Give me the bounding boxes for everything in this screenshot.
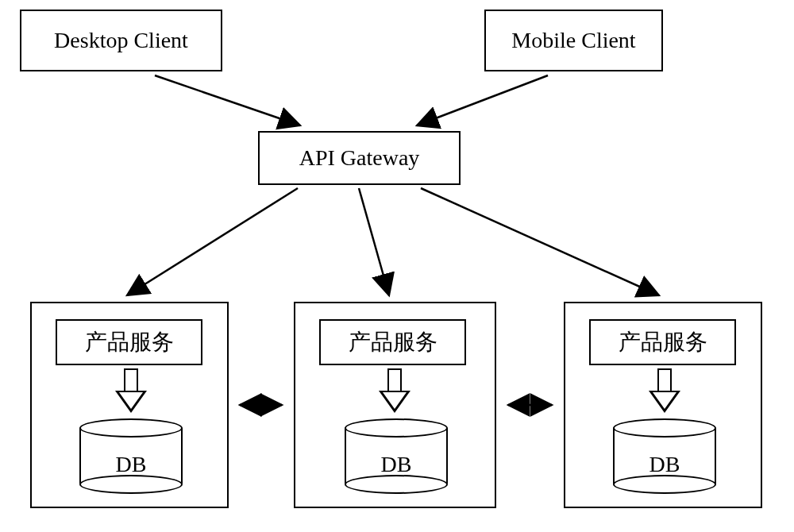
svg-line-2 (127, 188, 298, 295)
api-gateway-label: API Gateway (299, 145, 420, 171)
service-label-3: 产品服务 (589, 319, 736, 365)
db-cylinder-1: DB (79, 418, 183, 494)
api-gateway-box: API Gateway (258, 131, 461, 185)
service-container-2: 产品服务 DB (294, 302, 496, 508)
mobile-client-label: Mobile Client (511, 28, 635, 53)
svg-line-3 (359, 188, 389, 295)
db-label-1: DB (79, 452, 183, 477)
service-label-1: 产品服务 (56, 319, 202, 365)
mobile-client-box: Mobile Client (484, 10, 663, 71)
service-container-3: 产品服务 DB (564, 302, 762, 508)
service-container-1: 产品服务 DB (30, 302, 229, 508)
desktop-client-box: Desktop Client (20, 10, 222, 71)
block-down-arrow-icon (379, 368, 410, 414)
db-label-3: DB (613, 452, 716, 477)
service-label-2-text: 产品服务 (349, 327, 437, 357)
block-down-arrow-icon (649, 368, 680, 414)
service-label-3-text: 产品服务 (619, 327, 707, 357)
svg-line-4 (421, 188, 659, 295)
db-cylinder-3: DB (613, 418, 716, 494)
db-cylinder-2: DB (345, 418, 448, 494)
service-label-1-text: 产品服务 (85, 327, 174, 357)
desktop-client-label: Desktop Client (54, 28, 188, 53)
svg-line-0 (155, 75, 300, 125)
block-down-arrow-icon (115, 368, 147, 414)
svg-line-1 (417, 75, 548, 125)
db-label-2: DB (345, 452, 448, 477)
service-label-2: 产品服务 (319, 319, 466, 365)
